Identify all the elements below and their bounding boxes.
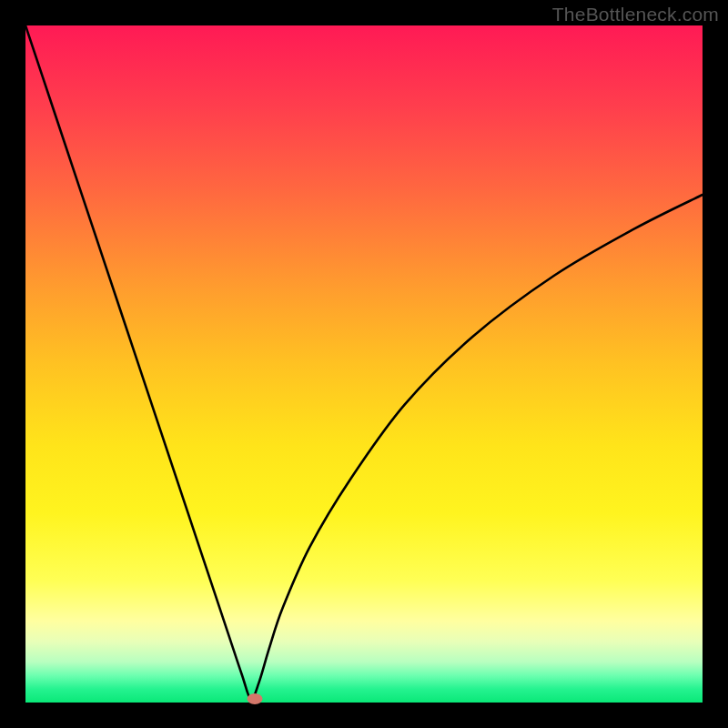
curve-svg bbox=[25, 25, 703, 703]
watermark-text: TheBottleneck.com bbox=[552, 4, 719, 25]
bottleneck-curve bbox=[25, 25, 703, 699]
chart-plot-area bbox=[25, 25, 703, 703]
optimum-marker bbox=[248, 693, 263, 704]
chart-frame: TheBottleneck.com bbox=[0, 0, 728, 728]
